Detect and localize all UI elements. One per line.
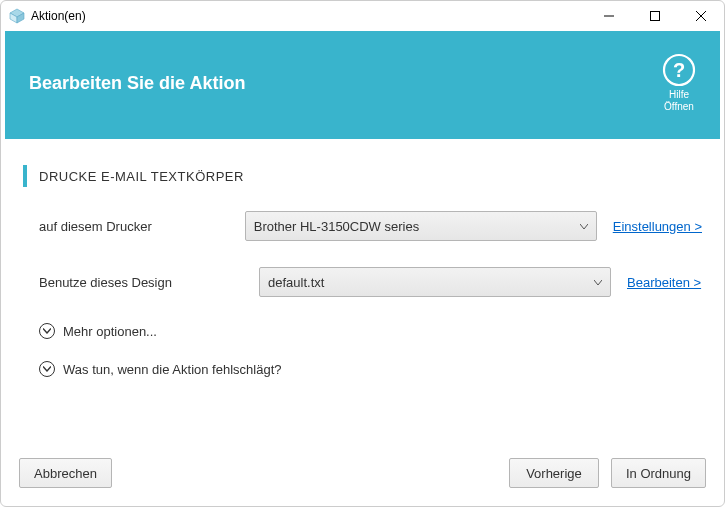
page-title: Bearbeiten Sie die Aktion	[29, 73, 662, 94]
ok-button[interactable]: In Ordnung	[611, 458, 706, 488]
design-edit-link[interactable]: Bearbeiten >	[627, 275, 701, 290]
section-header: DRUCKE E-MAIL TEXTKÖRPER	[23, 165, 702, 187]
cancel-button[interactable]: Abbrechen	[19, 458, 112, 488]
minimize-button[interactable]	[586, 1, 632, 31]
app-icon	[9, 8, 25, 24]
printer-select-value: Brother HL-3150CDW series	[254, 219, 580, 234]
titlebar: Aktion(en)	[1, 1, 724, 31]
design-row: Benutze dieses Design default.txt Bearbe…	[39, 267, 702, 297]
onfail-label: Was tun, wenn die Aktion fehlschlägt?	[63, 362, 281, 377]
help-label-2: Öffnen	[664, 101, 694, 113]
svg-rect-1	[651, 12, 660, 21]
printer-select[interactable]: Brother HL-3150CDW series	[245, 211, 597, 241]
window-title: Aktion(en)	[31, 9, 86, 23]
help-icon: ?	[662, 53, 696, 87]
design-select-value: default.txt	[268, 275, 594, 290]
design-label: Benutze dieses Design	[39, 275, 259, 290]
help-label-1: Hilfe	[669, 89, 689, 101]
content: DRUCKE E-MAIL TEXTKÖRPER auf diesem Druc…	[1, 139, 724, 444]
more-options-label: Mehr optionen...	[63, 324, 157, 339]
section-accent	[23, 165, 27, 187]
printer-row: auf diesem Drucker Brother HL-3150CDW se…	[39, 211, 702, 241]
section-title: DRUCKE E-MAIL TEXTKÖRPER	[39, 169, 244, 184]
window: Aktion(en) Bearbeiten Sie die Aktion ? H…	[0, 0, 725, 507]
printer-label: auf diesem Drucker	[39, 219, 245, 234]
more-options-expander[interactable]: Mehr optionen...	[39, 323, 702, 339]
chevron-down-icon	[594, 277, 602, 288]
footer: Abbrechen Vorherige In Ordnung	[1, 444, 724, 506]
chevron-down-icon	[580, 221, 588, 232]
svg-text:?: ?	[673, 59, 685, 81]
chevron-down-circle-icon	[39, 361, 55, 377]
chevron-down-circle-icon	[39, 323, 55, 339]
design-select[interactable]: default.txt	[259, 267, 611, 297]
close-button[interactable]	[678, 1, 724, 31]
maximize-button[interactable]	[632, 1, 678, 31]
header: Bearbeiten Sie die Aktion ? Hilfe Öffnen	[5, 31, 720, 139]
help-button[interactable]: ? Hilfe Öffnen	[662, 53, 696, 113]
printer-settings-link[interactable]: Einstellungen >	[613, 219, 702, 234]
previous-button[interactable]: Vorherige	[509, 458, 599, 488]
onfail-expander[interactable]: Was tun, wenn die Aktion fehlschlägt?	[39, 361, 702, 377]
